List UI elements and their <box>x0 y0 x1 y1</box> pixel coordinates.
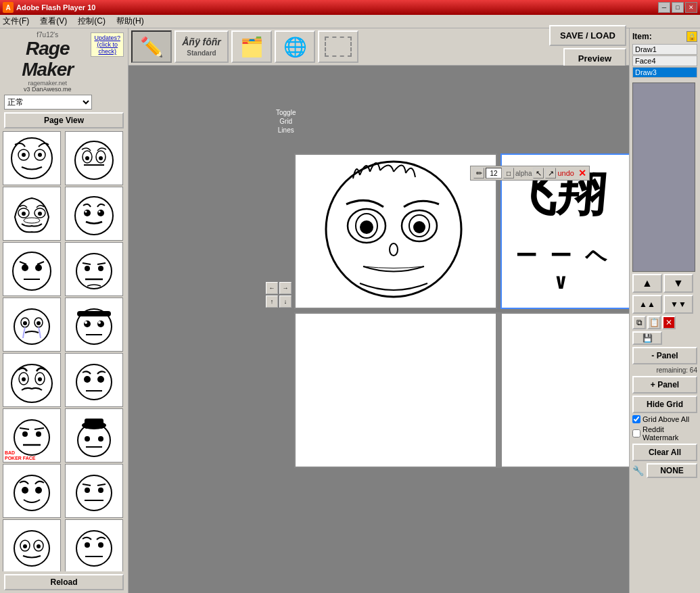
arrow-btn[interactable]: ↗ <box>545 168 556 179</box>
svg-point-67 <box>35 487 42 494</box>
undo-label[interactable]: undo <box>557 169 574 177</box>
canvas-container[interactable]: ← → ↑ ↓ ✏ 12 □ alpha ↖ ↗ undo ✕ <box>129 66 629 593</box>
face-6-svg <box>67 245 121 293</box>
updates-button[interactable]: Updates? (click to check) <box>91 32 124 57</box>
svg-point-43 <box>11 364 52 402</box>
face-8-svg <box>67 301 121 348</box>
face-item-1[interactable] <box>3 131 61 185</box>
svg-point-34 <box>23 321 27 325</box>
face-item-4[interactable] <box>65 187 123 241</box>
face-item-15[interactable] <box>3 519 61 571</box>
face-item-10[interactable] <box>65 353 123 407</box>
restore-button[interactable]: □ <box>672 2 684 13</box>
face-item-6[interactable] <box>65 242 123 296</box>
layer-down-button[interactable]: ▼▼ <box>663 295 693 314</box>
rage-face-drawing <box>299 158 488 300</box>
face-item-13[interactable] <box>3 464 61 518</box>
svg-point-8 <box>85 156 89 160</box>
title-text: Adobe Flash Player 10 <box>16 3 658 11</box>
grid-above-label: Grid Above All <box>643 415 689 423</box>
face-item-9[interactable] <box>3 353 61 407</box>
item-label: Item: <box>632 32 652 41</box>
delete-button[interactable]: ✕ <box>662 316 676 329</box>
face-item-16[interactable] <box>65 519 123 571</box>
move-up-button[interactable]: ▲ <box>632 274 662 293</box>
paste-button[interactable]: 📋 <box>647 316 661 329</box>
draw-toolbar-close[interactable]: ✕ <box>578 168 586 179</box>
hide-grid-button[interactable]: Hide Grid <box>632 396 697 413</box>
font-name: Standard <box>187 49 216 57</box>
reddit-watermark-checkbox[interactable] <box>632 429 640 437</box>
svg-point-39 <box>85 321 87 324</box>
toolbar: ✏️ Åñÿ fôñr Standard 🗂️ 🌐 SAVE / LOAD <box>129 28 629 66</box>
svg-line-73 <box>97 484 106 485</box>
svg-point-22 <box>22 264 28 271</box>
face-item-8[interactable] <box>65 298 123 352</box>
svg-point-27 <box>98 266 103 271</box>
svg-point-65 <box>14 475 49 511</box>
svg-point-68 <box>76 475 112 511</box>
pencil-tool-button[interactable]: ✏️ <box>131 30 172 63</box>
top-right-buttons: SAVE / LOAD Preview <box>549 25 626 69</box>
face-1-svg <box>5 135 59 182</box>
text-tool-button[interactable]: Åñÿ fôñr Standard <box>174 30 229 63</box>
close-button[interactable]: ✕ <box>685 2 697 13</box>
minus-panel-button[interactable]: - Panel <box>632 347 697 364</box>
folder-tool-button[interactable]: 🗂️ <box>231 30 272 63</box>
globe-tool-button[interactable]: 🌐 <box>275 30 315 63</box>
window-controls: ─ □ ✕ <box>658 2 697 13</box>
save-load-button[interactable]: SAVE / LOAD <box>549 25 626 46</box>
face-item-2[interactable] <box>65 131 123 185</box>
menu-help[interactable]: 帮助(H) <box>116 16 144 27</box>
sidebar-header: f7u12's Rage Maker ragemaker.net v3 DanA… <box>0 28 128 93</box>
view-dropdown[interactable]: 正常 <box>4 95 92 110</box>
item-face4[interactable]: Face4 <box>632 55 697 66</box>
cursor-btn[interactable]: ↖ <box>533 168 544 179</box>
page-view-button[interactable]: Page View <box>4 112 124 128</box>
face-item-14[interactable] <box>65 464 123 518</box>
face-4-svg <box>67 190 121 237</box>
face-item-11[interactable]: BADPOKER FACE <box>3 408 61 462</box>
draw-pencil-btn[interactable]: ✏ <box>473 168 484 179</box>
reddit-watermark-row: Reddit Watermark <box>632 425 697 442</box>
menu-control[interactable]: 控制(C) <box>78 16 106 27</box>
svg-line-72 <box>83 484 91 485</box>
copy-button[interactable]: ⧉ <box>632 316 646 329</box>
mini-tool-2[interactable]: → <box>279 282 291 294</box>
mini-tool-3[interactable]: ↑ <box>266 295 278 308</box>
grid-above-checkbox[interactable] <box>632 415 640 423</box>
item-draw3[interactable]: Draw3 <box>632 67 697 78</box>
selection-tool-button[interactable] <box>318 30 358 63</box>
none-button[interactable]: NONE <box>647 463 697 478</box>
plus-panel-button[interactable]: + Panel <box>632 376 697 394</box>
menu-view[interactable]: 查看(V) <box>40 16 67 27</box>
face-item-3[interactable] <box>3 187 61 241</box>
menu-file[interactable]: 文件(F) <box>3 16 29 27</box>
move-down-button[interactable]: ▼ <box>663 274 693 293</box>
wrench-icon: 🔧 <box>632 465 644 476</box>
svg-point-17 <box>84 210 91 216</box>
lock-icon[interactable]: 🔒 <box>686 31 697 42</box>
reload-button[interactable]: Reload <box>4 574 124 590</box>
layer-preview <box>632 82 695 272</box>
clear-all-button[interactable]: Clear All <box>632 444 697 461</box>
face-5-svg <box>5 245 59 293</box>
alpha-btn[interactable]: □ <box>503 168 514 179</box>
mini-tool-4[interactable]: ↓ <box>279 295 291 308</box>
face-item-12[interactable] <box>65 408 123 462</box>
save-button[interactable]: 💾 <box>632 331 662 345</box>
svg-point-80 <box>85 542 90 548</box>
brush-size-input[interactable]: 12 <box>486 168 502 179</box>
face-item-5[interactable] <box>3 242 61 296</box>
layer-up-button[interactable]: ▲▲ <box>632 295 662 314</box>
mini-tool-1[interactable]: ← <box>266 282 278 294</box>
svg-line-58 <box>34 428 44 429</box>
minimize-button[interactable]: ─ <box>658 2 670 13</box>
face-item-7[interactable] <box>3 298 61 352</box>
svg-point-74 <box>14 531 49 566</box>
face-14-svg <box>67 467 121 515</box>
svg-point-4 <box>38 153 42 157</box>
svg-point-3 <box>22 153 26 157</box>
svg-point-79 <box>76 531 112 566</box>
item-draw1[interactable]: Draw1 <box>632 44 697 55</box>
